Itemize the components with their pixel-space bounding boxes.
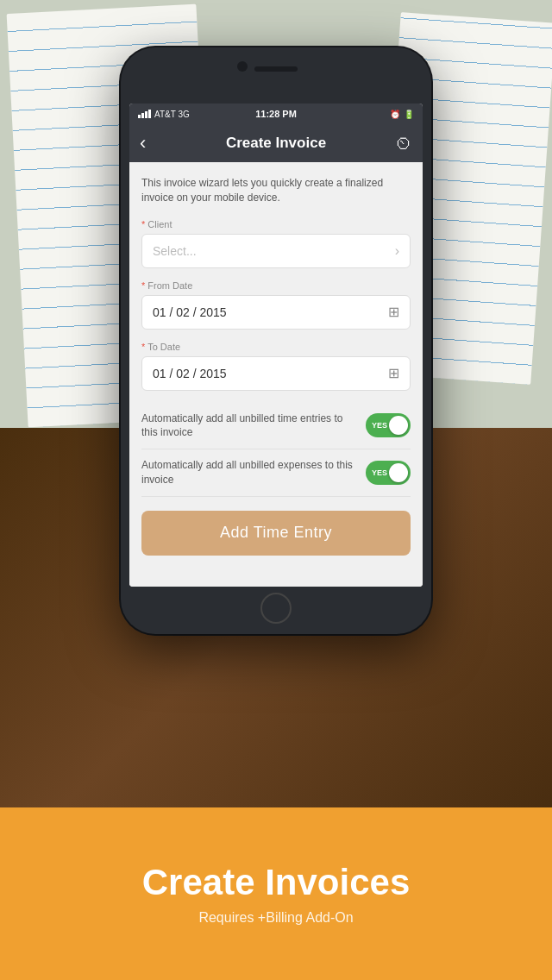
alarm-icon: ⏰ (390, 110, 400, 119)
time-entries-toggle-knob (389, 416, 408, 435)
chevron-right-icon: › (395, 243, 399, 259)
status-icons: ⏰ 🔋 (390, 110, 414, 119)
time-entries-toggle[interactable]: YES (366, 413, 411, 437)
time-entries-toggle-label: Automatically add all unbilled time entr… (141, 411, 366, 441)
expenses-yes-label: YES (372, 468, 387, 477)
from-date-field-group: * From Date 01 / 02 / 2015 ⊞ (141, 280, 411, 330)
time-entries-yes-label: YES (372, 421, 387, 430)
signal-icon (138, 110, 151, 118)
from-date-label: * From Date (141, 280, 411, 291)
status-time: 11:28 PM (255, 109, 297, 119)
description-text: This invoice wizard lets you quickly cre… (141, 176, 411, 205)
client-label: * Client (141, 219, 411, 229)
back-button[interactable]: ‹ (140, 132, 166, 154)
phone-screen: AT&T 3G 11:28 PM ⏰ 🔋 ‹ Create Invoice ⏲ … (129, 104, 423, 587)
to-date-field-group: * To Date 01 / 02 / 2015 ⊞ (141, 342, 411, 391)
carrier-label: AT&T 3G (154, 110, 190, 119)
add-time-entry-label: Add Time Entry (220, 524, 332, 542)
to-date-label: * To Date (141, 342, 411, 352)
client-input[interactable]: Select... › (141, 234, 411, 268)
calendar-icon-to: ⊞ (388, 365, 399, 381)
nav-title: Create Invoice (166, 135, 386, 152)
home-button[interactable] (260, 593, 292, 624)
to-date-input[interactable]: 01 / 02 / 2015 ⊞ (141, 356, 411, 391)
status-bar: AT&T 3G 11:28 PM ⏰ 🔋 (129, 104, 423, 124)
from-date-value: 01 / 02 / 2015 (153, 305, 227, 319)
phone-device: AT&T 3G 11:28 PM ⏰ 🔋 ‹ Create Invoice ⏲ … (121, 47, 431, 634)
promo-title: Create Invoices (142, 862, 411, 903)
to-date-value: 01 / 02 / 2015 (153, 367, 227, 380)
expenses-toggle-row: Automatically add all unbilled expenses … (141, 449, 411, 497)
from-date-input[interactable]: 01 / 02 / 2015 ⊞ (141, 295, 411, 330)
promo-subtitle: Requires +Billing Add-On (198, 910, 353, 926)
time-entries-toggle-row: Automatically add all unbilled time entr… (141, 403, 411, 450)
clock-icon[interactable]: ⏲ (386, 134, 412, 154)
promo-section: Create Invoices Requires +Billing Add-On (0, 807, 552, 980)
battery-icon: 🔋 (404, 110, 414, 119)
client-placeholder: Select... (153, 244, 197, 258)
calendar-icon: ⊞ (388, 304, 399, 320)
form-content: This invoice wizard lets you quickly cre… (129, 162, 423, 587)
phone-speaker (254, 66, 298, 72)
phone-camera (237, 61, 248, 72)
expenses-toggle-knob (389, 463, 408, 482)
client-field-group: * Client Select... › (141, 219, 411, 268)
add-time-entry-button[interactable]: Add Time Entry (141, 511, 411, 556)
expenses-toggle[interactable]: YES (366, 461, 411, 485)
nav-bar: ‹ Create Invoice ⏲ (129, 124, 423, 162)
expenses-toggle-label: Automatically add all unbilled expenses … (141, 458, 366, 487)
